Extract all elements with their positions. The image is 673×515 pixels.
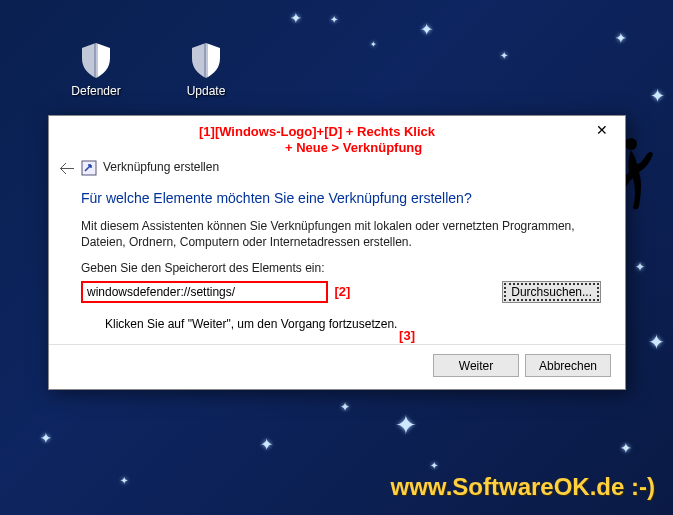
create-shortcut-dialog: ✕ [1][Windows-Logo]+[D] + Rechts Klick +… [48, 115, 626, 390]
star-icon: ✦ [635, 260, 645, 274]
cancel-button[interactable]: Abbrechen [525, 354, 611, 377]
close-icon[interactable]: ✕ [587, 120, 617, 140]
svg-rect-4 [94, 43, 98, 78]
shield-icon [76, 40, 116, 80]
annotation-2: [2] [334, 284, 350, 299]
shield-icon [186, 40, 226, 80]
back-icon[interactable]: 🡠 [59, 160, 75, 178]
desktop-icon-update[interactable]: Update [168, 40, 244, 98]
svg-point-0 [625, 138, 637, 150]
star-icon: ✦ [420, 20, 433, 39]
desktop-icon-defender[interactable]: Defender [58, 40, 134, 98]
location-input[interactable] [81, 281, 328, 303]
star-icon: ✦ [650, 85, 665, 107]
separator [49, 344, 625, 345]
star-icon: ✦ [340, 400, 350, 414]
star-icon: ✦ [648, 330, 665, 354]
star-icon: ✦ [120, 475, 128, 486]
dialog-description: Mit diesem Assistenten können Sie Verknü… [81, 218, 601, 250]
star-icon: ✦ [370, 40, 377, 49]
dialog-heading: Für welche Elemente möchten Sie eine Ver… [81, 190, 601, 206]
star-icon: ✦ [620, 440, 632, 456]
star-icon: ✦ [330, 14, 338, 25]
continue-hint: Klicken Sie auf "Weiter", um den Vorgang… [105, 317, 601, 331]
desktop: ✦ ✦ ✦ ✦ ✦ ✦ ✦ ✦ ✦ ✦ ✦ ✦ ✦ ✦ ✦ ✦ Defender [0, 0, 673, 515]
next-button[interactable]: Weiter [433, 354, 519, 377]
dialog-title: Verknüpfung erstellen [103, 160, 219, 174]
star-icon: ✦ [500, 50, 508, 61]
star-icon: ✦ [40, 430, 52, 446]
star-icon: ✦ [395, 410, 417, 441]
star-icon: ✦ [290, 10, 302, 26]
browse-button[interactable]: Durchsuchen... [502, 281, 601, 303]
watermark: www.SoftwareOK.de :-) [391, 473, 655, 501]
star-icon: ✦ [430, 460, 438, 471]
desktop-icon-label: Update [168, 84, 244, 98]
annotation-1: [1][Windows-Logo]+[D] + Rechts Klick [199, 124, 435, 139]
star-icon: ✦ [260, 435, 273, 454]
svg-rect-5 [204, 43, 208, 78]
annotation-3: [3] [399, 328, 415, 343]
field-label: Geben Sie den Speicherort des Elements e… [81, 260, 601, 276]
annotation-1b: + Neue > Verknüpfung [285, 140, 422, 155]
star-icon: ✦ [615, 30, 627, 46]
desktop-icon-label: Defender [58, 84, 134, 98]
shortcut-wizard-icon [81, 160, 97, 176]
